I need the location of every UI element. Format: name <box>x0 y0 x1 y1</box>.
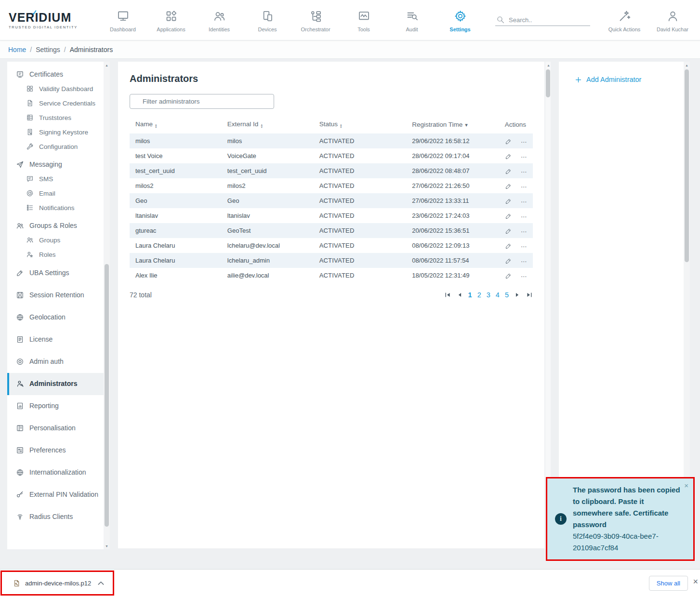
sidebar-item-label: Truststores <box>39 114 71 122</box>
edit-icon[interactable] <box>505 257 512 265</box>
nav-item-identities[interactable]: Identities <box>195 8 243 32</box>
nav-item-dashboard[interactable]: Dashboard <box>99 8 147 32</box>
edit-icon[interactable] <box>505 198 512 205</box>
panel-scrollbar-thumb[interactable] <box>685 69 689 262</box>
breadcrumb-item-settings[interactable]: Settings <box>36 46 60 53</box>
table-row: Laura Chelarulchelaru@dev.localACTIVATED… <box>130 238 533 253</box>
sidebar-item-messaging[interactable]: Messaging <box>7 157 110 172</box>
content-scrollbar-thumb[interactable] <box>546 69 550 97</box>
sidebar-item-configuration[interactable]: Configuration <box>7 140 110 154</box>
edit-icon[interactable] <box>505 168 512 175</box>
column-header-name[interactable]: Name▴▾ <box>130 117 222 133</box>
sidebar-item-service-credentials[interactable]: Service Credentials <box>7 96 110 111</box>
audit-icon <box>406 10 419 23</box>
cell-registration-time: 28/06/2022 08:48:07 <box>406 163 499 178</box>
sidebar-item-groups[interactable]: Groups <box>7 233 110 248</box>
column-header-external-id[interactable]: External Id▴▾ <box>222 117 314 133</box>
edit-icon[interactable] <box>505 242 512 250</box>
column-header-label: External Id <box>227 120 259 128</box>
edit-icon[interactable] <box>505 212 512 220</box>
sidebar-item-radius-clients[interactable]: Radius Clients <box>7 506 110 528</box>
edit-icon[interactable] <box>505 183 512 190</box>
sidebar-item-truststores[interactable]: Truststores <box>7 111 110 125</box>
page-prev-icon[interactable] <box>456 292 463 298</box>
sidebar-item-reporting[interactable]: Reporting <box>7 395 110 417</box>
sidebar-item-roles[interactable]: Roles <box>7 248 110 262</box>
scroll-down-icon[interactable]: ▼ <box>104 543 110 549</box>
scroll-up-icon[interactable]: ▲ <box>545 62 552 68</box>
administrators-table: Name▴▾External Id▴▾Status▴▾Registration … <box>130 117 533 283</box>
veridium-logo[interactable]: VERIDIUM ✓ TRUSTED DIGITAL IDENTITY <box>0 11 99 29</box>
user-name-label: David Kuchar <box>657 27 688 32</box>
page-button-2[interactable]: 2 <box>477 291 481 299</box>
breadcrumb-item-home[interactable]: Home <box>8 46 26 53</box>
search-input[interactable] <box>509 16 589 24</box>
sidebar-item-personalisation[interactable]: Personalisation <box>7 417 110 439</box>
sidebar-scrollbar[interactable]: ▲ ▼ <box>104 62 110 549</box>
sidebar-item-email[interactable]: Email <box>7 186 110 201</box>
nav-item-orchestrator[interactable]: Orchestrator <box>291 8 340 32</box>
downloads-close-icon[interactable]: × <box>693 577 698 586</box>
sidebar-item-admin-auth[interactable]: Admin auth <box>7 351 110 373</box>
sidebar-item-signing-keystore[interactable]: Signing Keystore <box>7 125 110 140</box>
sidebar-item-validity-dashboard[interactable]: Validity Dashboard <box>7 82 110 96</box>
sidebar-item-sms[interactable]: SMS <box>7 172 110 186</box>
chevron-up-icon[interactable] <box>96 579 106 588</box>
quick-actions-button[interactable]: Quick Actions <box>604 8 645 32</box>
personalisation-icon <box>16 424 24 432</box>
sidebar-item-certificates[interactable]: Certificates <box>7 67 110 82</box>
show-all-button[interactable]: Show all <box>649 576 688 591</box>
panel-scrollbar[interactable]: ▲ ▼ <box>684 62 690 549</box>
sidebar-scrollbar-thumb[interactable] <box>105 264 109 527</box>
page-last-icon[interactable] <box>526 292 533 298</box>
column-header-registration-time[interactable]: Registration Time▾ <box>406 117 499 133</box>
cell-registration-time: 29/06/2022 16:58:12 <box>406 133 499 148</box>
content-scrollbar[interactable]: ▲ ▼ <box>545 62 551 549</box>
download-item[interactable]: admin-device-milos.p12 <box>2 579 113 588</box>
cell-actions <box>499 268 533 283</box>
nav-item-applications[interactable]: Applications <box>147 8 195 32</box>
nav-item-audit[interactable]: Audit <box>388 8 436 32</box>
sidebar-item-geolocation[interactable]: Geolocation <box>7 306 110 329</box>
nav-item-devices[interactable]: Devices <box>243 8 291 32</box>
sidebar-item-internationalization[interactable]: Internationalization <box>7 462 110 484</box>
sidebar-item-groups-roles[interactable]: Groups & Roles <box>7 218 110 233</box>
edit-icon[interactable] <box>505 227 512 235</box>
sidebar-item-license[interactable]: License <box>7 329 110 351</box>
page-button-3[interactable]: 3 <box>487 291 490 299</box>
global-search <box>495 14 590 26</box>
sidebar-item-preferences[interactable]: Preferences <box>7 439 110 462</box>
page-first-icon[interactable] <box>444 292 451 298</box>
devices-icon <box>261 10 274 23</box>
table-row: GeoGeoACTIVATED27/06/2022 13:33:11 <box>130 193 533 208</box>
cell-actions <box>499 208 533 223</box>
nav-item-tools[interactable]: Tools <box>340 8 388 32</box>
sidebar-item-external-pin-validation[interactable]: External PIN Validation <box>7 484 110 506</box>
quick-actions-label: Quick Actions <box>608 27 641 32</box>
edit-icon[interactable] <box>505 153 512 160</box>
sidebar-item-label: Validity Dashboard <box>39 85 93 93</box>
nav-item-settings[interactable]: Settings <box>436 8 484 32</box>
sidebar-item-uba-settings[interactable]: UBA Settings <box>7 262 110 284</box>
cell-registration-time: 18/05/2022 12:31:49 <box>406 268 499 283</box>
user-menu[interactable]: David Kuchar <box>652 8 693 32</box>
close-icon[interactable]: × <box>684 481 688 490</box>
sidebar-item-notifications[interactable]: Notifications <box>7 201 110 215</box>
page-button-1[interactable]: 1 <box>468 291 472 299</box>
reporting-icon <box>16 402 24 410</box>
cell-status: ACTIVATED <box>314 193 407 208</box>
edit-icon[interactable] <box>505 272 512 279</box>
sidebar-item-administrators[interactable]: Administrators <box>7 373 110 395</box>
sidebar-item-session-retention[interactable]: Session Retention <box>7 284 110 306</box>
filter-administrators-input[interactable] <box>130 94 274 109</box>
radius-clients-icon <box>16 513 24 521</box>
page-next-icon[interactable] <box>514 292 521 298</box>
scroll-up-icon[interactable]: ▲ <box>684 62 690 68</box>
page-button-5[interactable]: 5 <box>505 291 509 299</box>
edit-icon[interactable] <box>505 138 512 145</box>
tools-icon <box>357 10 370 23</box>
column-header-status[interactable]: Status▴▾ <box>314 117 407 133</box>
add-administrator-button[interactable]: Add Administrator <box>575 76 684 83</box>
page-button-4[interactable]: 4 <box>496 291 500 299</box>
scroll-up-icon[interactable]: ▲ <box>104 62 110 68</box>
